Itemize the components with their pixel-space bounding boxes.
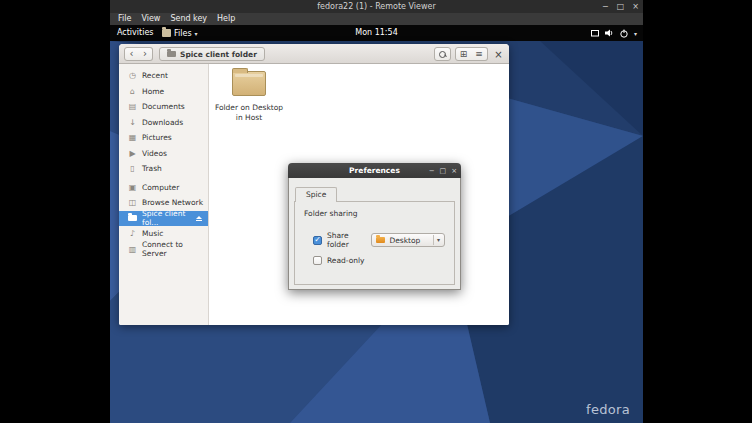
preferences-body: Spice Folder sharing ✓ Share folder Desk… [288,178,461,290]
sidebar-item-label: Home [142,87,164,96]
shared-folder-select[interactable]: Desktop ▾ [371,233,445,247]
sidebar-item-label: Recent [142,71,168,80]
system-status-area[interactable]: ▾ [591,25,637,41]
sidebar-item-label: Downloads [142,118,183,127]
sidebar-item-label: Spice client fol... [142,209,191,227]
sidebar-item-spice-client-folder[interactable]: Spice client fol... [119,211,208,227]
computer-icon: ▣ [128,183,137,192]
music-note-icon: ♪ [128,229,137,238]
read-only-checkbox[interactable] [313,256,322,265]
read-only-label: Read-only [327,256,365,265]
sidebar-item-pictures[interactable]: ▦ Pictures [119,130,208,146]
power-icon [620,29,628,38]
share-folder-row: ✓ Share folder Desktop ▾ [313,231,445,249]
search-icon [439,51,446,58]
document-icon: ▤ [128,102,137,111]
sidebar-item-music[interactable]: ♪ Music [119,226,208,242]
dialog-window-controls: − □ × [429,163,457,178]
path-button[interactable]: Spice client folder [159,47,265,61]
sidebar-item-label: Music [142,229,163,238]
close-icon[interactable]: × [451,167,457,175]
menu-send-key[interactable]: Send key [165,13,212,25]
preferences-dialog: Preferences − □ × Spice Folder sharing ✓… [288,163,461,290]
sidebar-item-downloads[interactable]: ↓ Downloads [119,115,208,131]
files-headerbar: ‹ › Spice client folder ⊞ ≡ × [119,44,509,64]
path-button-label: Spice client folder [180,50,257,59]
menu-help[interactable]: Help [212,13,240,25]
clock[interactable]: Mon 11:54 [355,25,397,41]
menu-button[interactable]: ≡ [471,47,488,61]
sidebar-item-recent[interactable]: ◷ Recent [119,68,208,84]
sidebar-item-connect-to-server[interactable]: ▥ Connect to Server [119,242,208,258]
remote-viewer-window: fedora22 (1) - Remote Viewer − □ × File … [110,0,643,423]
share-folder-label: Share folder [327,231,363,249]
fedora-logo: fedora [586,402,630,417]
chevron-down-icon: ▾ [634,30,637,37]
sidebar-item-label: Documents [142,102,185,111]
hamburger-icon: ≡ [475,50,483,59]
sidebar-item-label: Pictures [142,133,172,142]
window-close-button[interactable]: × [492,47,505,61]
folder-item[interactable]: Folder on Desktop in Host [214,71,284,123]
sidebar-item-label: Trash [142,164,162,173]
menu-file[interactable]: File [113,13,136,25]
folder-icon [128,215,137,221]
sidebar-item-label: Videos [142,149,167,158]
search-button[interactable] [434,47,451,61]
grid-view-button[interactable]: ⊞ [455,47,472,61]
video-icon: ▶ [128,149,137,158]
read-only-row: Read-only [313,256,445,265]
share-folder-checkbox[interactable]: ✓ [313,236,322,245]
minimize-icon[interactable]: − [429,167,435,175]
tab-spice[interactable]: Spice [295,187,337,202]
folder-icon [167,51,176,57]
network-icon: ◫ [128,198,137,207]
sidebar-item-home[interactable]: ⌂ Home [119,84,208,100]
download-icon: ↓ [128,118,137,127]
sidebar-item-label: Computer [142,183,179,192]
sidebar-item-label: Connect to Server [142,240,208,258]
sidebar-item-label: Browse Network [142,198,203,207]
menubar: File View Send key Help [110,13,643,25]
close-icon[interactable]: × [632,0,639,13]
speaker-icon [605,29,614,37]
chevron-down-icon: ▾ [195,30,198,37]
shared-folder-value: Desktop [389,236,429,245]
screen: fedora22 (1) - Remote Viewer − □ × File … [0,0,752,423]
sidebar-item-documents[interactable]: ▤ Documents [119,99,208,115]
sidebar-item-videos[interactable]: ▶ Videos [119,146,208,162]
preferences-titlebar[interactable]: Preferences − □ × [288,163,461,178]
maximize-icon[interactable]: □ [440,167,447,175]
menu-view[interactable]: View [136,13,165,25]
activities-button[interactable]: Activities [117,25,154,41]
eject-icon[interactable] [196,216,202,222]
sidebar-item-trash[interactable]: ▯ Trash [119,161,208,177]
grid-view-icon: ⊞ [460,50,468,59]
window-controls: − □ × [602,0,639,13]
check-icon: ✓ [314,236,321,244]
files-sidebar: ◷ Recent ⌂ Home ▤ Documents ↓ Downloads … [119,64,209,325]
back-button[interactable]: ‹ [124,47,139,61]
window-icon [591,29,599,37]
forward-button[interactable]: › [138,47,153,61]
dropdown-arrow-icon: ▾ [433,235,440,245]
app-menu-label: Files [174,29,192,38]
folder-sharing-heading: Folder sharing [304,209,445,218]
desktop-folder-icon [376,237,385,243]
image-icon: ▦ [128,133,137,142]
sidebar-item-computer[interactable]: ▣ Computer [119,180,208,196]
back-icon: ‹ [130,49,134,59]
window-title: fedora22 (1) - Remote Viewer [110,0,643,13]
close-icon: × [494,49,502,60]
app-menu-button[interactable]: Files ▾ [162,25,198,41]
gnome-top-bar: Activities Files ▾ Mon 11:54 ▾ [110,25,643,41]
trash-icon: ▯ [128,164,137,173]
spice-tab-panel: Folder sharing ✓ Share folder Desktop ▾ … [294,201,455,285]
folder-icon [232,71,266,96]
sidebar-item-browse-network[interactable]: ◫ Browse Network [119,195,208,211]
maximize-icon[interactable]: □ [617,0,625,13]
clock-icon: ◷ [128,71,137,80]
minimize-icon[interactable]: − [602,0,609,13]
remote-viewer-titlebar[interactable]: fedora22 (1) - Remote Viewer − □ × [110,0,643,13]
home-icon: ⌂ [128,87,137,96]
